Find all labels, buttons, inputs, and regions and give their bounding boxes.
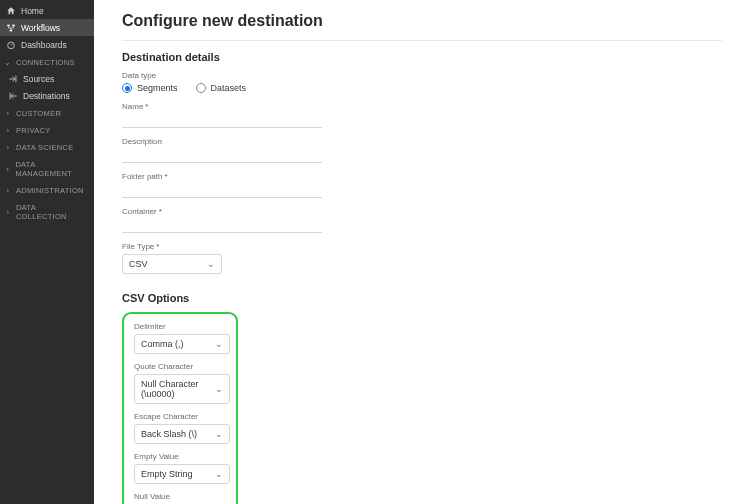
radio-datasets[interactable]: Datasets: [196, 83, 247, 93]
description-input[interactable]: [122, 149, 322, 163]
field-data-type: Data type Segments Datasets: [122, 71, 722, 93]
csv-options-highlight: Delimiter Comma (,) ⌄ Quote Character Nu…: [122, 312, 238, 504]
delimiter-select[interactable]: Comma (,) ⌄: [134, 334, 230, 354]
select-value: CSV: [129, 259, 148, 269]
sidebar: Home Workflows Dashboards ⌄ CONNECTIONS …: [0, 0, 94, 504]
field-folder-path: Folder path*: [122, 172, 722, 198]
field-escape-character: Escape Character Back Slash (\) ⌄: [134, 412, 226, 444]
svg-rect-1: [12, 24, 15, 26]
sidebar-group-label: PRIVACY: [16, 126, 50, 135]
field-quote-character: Quote Character Null Character (\u0000) …: [134, 362, 226, 404]
chevron-down-icon: ⌄: [215, 339, 223, 349]
sidebar-group-customer[interactable]: › CUSTOMER: [0, 104, 94, 121]
sidebar-group-connections[interactable]: ⌄ CONNECTIONS: [0, 53, 94, 70]
sidebar-item-label: Home: [21, 6, 44, 16]
empty-value-label: Empty Value: [134, 452, 226, 461]
container-input[interactable]: [122, 219, 322, 233]
destinations-icon: [8, 91, 18, 101]
chevron-down-icon: ⌄: [4, 58, 12, 67]
sidebar-item-home[interactable]: Home: [0, 2, 94, 19]
section-destination-details: Destination details: [122, 51, 722, 63]
sidebar-item-workflows[interactable]: Workflows: [0, 19, 94, 36]
chevron-right-icon: ›: [4, 165, 11, 174]
field-container: Container*: [122, 207, 722, 233]
chevron-down-icon: ⌄: [215, 429, 223, 439]
select-value: Empty String: [141, 469, 193, 479]
sidebar-group-data-science[interactable]: › DATA SCIENCE: [0, 138, 94, 155]
radio-dot-icon: [196, 83, 206, 93]
sidebar-group-data-collection[interactable]: › DATA COLLECTION: [0, 198, 94, 224]
page-title: Configure new destination: [122, 12, 722, 30]
chevron-right-icon: ›: [4, 208, 12, 217]
select-value: Null Character (\u0000): [141, 379, 215, 399]
sidebar-group-label: CUSTOMER: [16, 109, 61, 118]
sidebar-item-destinations[interactable]: Destinations: [2, 87, 94, 104]
sidebar-group-label: DATA COLLECTION: [16, 203, 88, 221]
chevron-down-icon: ⌄: [207, 259, 215, 269]
svg-rect-2: [10, 29, 13, 31]
sidebar-group-administration[interactable]: › ADMINISTRATION: [0, 181, 94, 198]
radio-dot-icon: [122, 83, 132, 93]
folder-path-input[interactable]: [122, 184, 322, 198]
name-label: Name*: [122, 102, 722, 111]
chevron-down-icon: ⌄: [215, 384, 223, 394]
sidebar-group-label: DATA MANAGEMENT: [15, 160, 88, 178]
main-content: Configure new destination Destination de…: [94, 0, 750, 504]
field-description: Description: [122, 137, 722, 163]
select-value: Comma (,): [141, 339, 184, 349]
escape-character-select[interactable]: Back Slash (\) ⌄: [134, 424, 230, 444]
field-empty-value: Empty Value Empty String ⌄: [134, 452, 226, 484]
home-icon: [6, 6, 16, 16]
sidebar-item-label: Dashboards: [21, 40, 67, 50]
escape-character-label: Escape Character: [134, 412, 226, 421]
sources-icon: [8, 74, 18, 84]
sidebar-group-privacy[interactable]: › PRIVACY: [0, 121, 94, 138]
name-input[interactable]: [122, 114, 322, 128]
radio-label: Segments: [137, 83, 178, 93]
sidebar-group-label: DATA SCIENCE: [16, 143, 74, 152]
description-label: Description: [122, 137, 722, 146]
sidebar-group-label: ADMINISTRATION: [16, 186, 84, 195]
sidebar-item-sources[interactable]: Sources: [2, 70, 94, 87]
radio-label: Datasets: [211, 83, 247, 93]
empty-value-select[interactable]: Empty String ⌄: [134, 464, 230, 484]
radio-segments[interactable]: Segments: [122, 83, 178, 93]
sidebar-group-label: CONNECTIONS: [16, 58, 75, 67]
container-label: Container*: [122, 207, 722, 216]
sidebar-item-label: Sources: [23, 74, 54, 84]
field-name: Name*: [122, 102, 722, 128]
dashboards-icon: [6, 40, 16, 50]
sidebar-item-dashboards[interactable]: Dashboards: [0, 36, 94, 53]
chevron-right-icon: ›: [4, 186, 12, 195]
field-file-type: File Type* CSV ⌄: [122, 242, 722, 274]
sidebar-item-label: Destinations: [23, 91, 70, 101]
delimiter-label: Delimiter: [134, 322, 226, 331]
field-null-value: Null Value null ⌄: [134, 492, 226, 504]
workflows-icon: [6, 23, 16, 33]
svg-rect-0: [7, 24, 10, 26]
chevron-right-icon: ›: [4, 109, 12, 118]
data-type-label: Data type: [122, 71, 722, 80]
file-type-label: File Type*: [122, 242, 722, 251]
file-type-select[interactable]: CSV ⌄: [122, 254, 222, 274]
section-csv-options: CSV Options: [122, 292, 722, 304]
folder-path-label: Folder path*: [122, 172, 722, 181]
chevron-right-icon: ›: [4, 126, 12, 135]
sidebar-item-label: Workflows: [21, 23, 60, 33]
select-value: Back Slash (\): [141, 429, 197, 439]
null-value-label: Null Value: [134, 492, 226, 501]
chevron-down-icon: ⌄: [215, 469, 223, 479]
sidebar-group-data-management[interactable]: › DATA MANAGEMENT: [0, 155, 94, 181]
divider: [122, 40, 722, 41]
chevron-right-icon: ›: [4, 143, 12, 152]
field-delimiter: Delimiter Comma (,) ⌄: [134, 322, 226, 354]
quote-character-label: Quote Character: [134, 362, 226, 371]
quote-character-select[interactable]: Null Character (\u0000) ⌄: [134, 374, 230, 404]
